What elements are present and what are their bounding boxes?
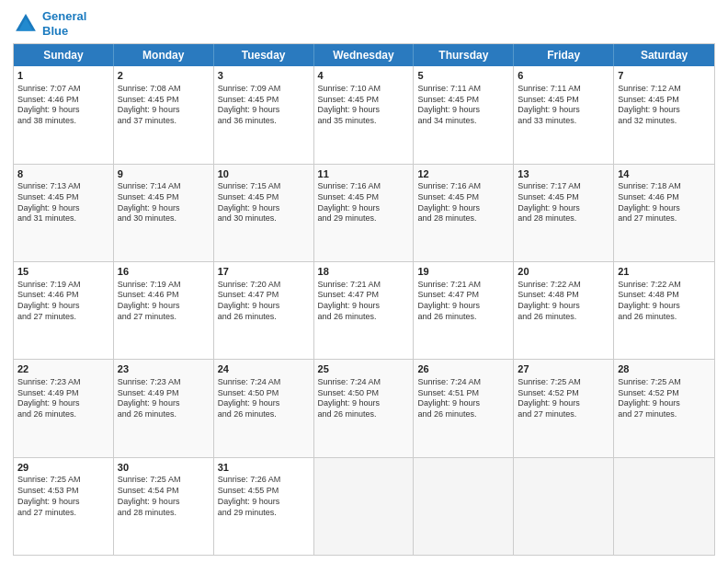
calendar-row-2: 8Sunrise: 7:13 AM Sunset: 4:45 PM Daylig…: [14, 164, 714, 261]
day-info: Sunrise: 7:23 AM Sunset: 4:49 PM Dayligh…: [118, 377, 210, 420]
day-info: Sunrise: 7:11 AM Sunset: 4:45 PM Dayligh…: [417, 84, 509, 127]
day-info: Sunrise: 7:19 AM Sunset: 4:46 PM Dayligh…: [17, 280, 109, 323]
day-cell-28: 28Sunrise: 7:25 AM Sunset: 4:52 PM Dayli…: [614, 360, 714, 456]
day-cell-13: 13Sunrise: 7:17 AM Sunset: 4:45 PM Dayli…: [514, 165, 614, 261]
day-cell-27: 27Sunrise: 7:25 AM Sunset: 4:52 PM Dayli…: [514, 360, 614, 456]
day-cell-22: 22Sunrise: 7:23 AM Sunset: 4:49 PM Dayli…: [14, 360, 114, 456]
day-cell-25: 25Sunrise: 7:24 AM Sunset: 4:50 PM Dayli…: [314, 360, 415, 456]
header: General Blue: [13, 9, 715, 38]
day-info: Sunrise: 7:22 AM Sunset: 4:48 PM Dayligh…: [518, 280, 609, 323]
day-number: 25: [318, 362, 410, 376]
day-info: Sunrise: 7:10 AM Sunset: 4:45 PM Dayligh…: [318, 84, 410, 127]
day-number: 14: [618, 167, 711, 181]
day-info: Sunrise: 7:14 AM Sunset: 4:45 PM Dayligh…: [118, 181, 210, 224]
day-number: 19: [417, 265, 509, 279]
day-info: Sunrise: 7:07 AM Sunset: 4:46 PM Dayligh…: [17, 84, 109, 127]
day-cell-30: 30Sunrise: 7:25 AM Sunset: 4:54 PM Dayli…: [114, 458, 214, 555]
day-number: 21: [618, 265, 711, 279]
day-info: Sunrise: 7:17 AM Sunset: 4:45 PM Dayligh…: [518, 181, 609, 224]
day-cell-16: 16Sunrise: 7:19 AM Sunset: 4:46 PM Dayli…: [114, 262, 214, 359]
day-number: 24: [218, 362, 310, 376]
day-cell-12: 12Sunrise: 7:16 AM Sunset: 4:45 PM Dayli…: [414, 165, 514, 261]
day-info: Sunrise: 7:18 AM Sunset: 4:46 PM Dayligh…: [618, 181, 711, 224]
day-cell-23: 23Sunrise: 7:23 AM Sunset: 4:49 PM Dayli…: [114, 360, 214, 456]
day-cell-20: 20Sunrise: 7:22 AM Sunset: 4:48 PM Dayli…: [514, 262, 614, 359]
weekday-header-tuesday: Tuesday: [214, 44, 314, 66]
day-cell-29: 29Sunrise: 7:25 AM Sunset: 4:53 PM Dayli…: [14, 458, 114, 555]
day-cell-31: 31Sunrise: 7:26 AM Sunset: 4:55 PM Dayli…: [214, 458, 314, 555]
day-number: 1: [17, 69, 109, 83]
day-info: Sunrise: 7:25 AM Sunset: 4:52 PM Dayligh…: [518, 377, 609, 420]
day-info: Sunrise: 7:24 AM Sunset: 4:50 PM Dayligh…: [218, 377, 310, 420]
logo-general: General: [42, 9, 86, 23]
day-info: Sunrise: 7:12 AM Sunset: 4:45 PM Dayligh…: [618, 84, 711, 127]
weekday-header-friday: Friday: [514, 44, 614, 66]
day-number: 3: [218, 69, 310, 83]
calendar-row-5: 29Sunrise: 7:25 AM Sunset: 4:53 PM Dayli…: [14, 457, 714, 555]
day-number: 20: [518, 265, 609, 279]
day-info: Sunrise: 7:24 AM Sunset: 4:51 PM Dayligh…: [417, 377, 509, 420]
day-cell-26: 26Sunrise: 7:24 AM Sunset: 4:51 PM Dayli…: [414, 360, 514, 456]
logo-blue: Blue: [42, 24, 68, 38]
day-number: 11: [318, 167, 410, 181]
day-cell-3: 3Sunrise: 7:09 AM Sunset: 4:45 PM Daylig…: [214, 66, 314, 163]
day-number: 8: [17, 167, 109, 181]
day-number: 23: [118, 362, 210, 376]
empty-cell: [514, 458, 614, 555]
weekday-header-monday: Monday: [114, 44, 214, 66]
logo-text: General Blue: [42, 9, 86, 38]
weekday-header-sunday: Sunday: [14, 44, 114, 66]
day-number: 17: [218, 265, 310, 279]
day-cell-18: 18Sunrise: 7:21 AM Sunset: 4:47 PM Dayli…: [314, 262, 415, 359]
day-info: Sunrise: 7:11 AM Sunset: 4:45 PM Dayligh…: [518, 84, 609, 127]
day-info: Sunrise: 7:13 AM Sunset: 4:45 PM Dayligh…: [17, 181, 109, 224]
day-number: 22: [17, 362, 109, 376]
day-info: Sunrise: 7:25 AM Sunset: 4:54 PM Dayligh…: [118, 475, 210, 518]
day-cell-10: 10Sunrise: 7:15 AM Sunset: 4:45 PM Dayli…: [214, 165, 314, 261]
weekday-header-saturday: Saturday: [614, 44, 714, 66]
day-cell-1: 1Sunrise: 7:07 AM Sunset: 4:46 PM Daylig…: [14, 66, 114, 163]
day-info: Sunrise: 7:24 AM Sunset: 4:50 PM Dayligh…: [318, 377, 410, 420]
empty-cell: [314, 458, 415, 555]
day-info: Sunrise: 7:20 AM Sunset: 4:47 PM Dayligh…: [218, 280, 310, 323]
day-cell-6: 6Sunrise: 7:11 AM Sunset: 4:45 PM Daylig…: [514, 66, 614, 163]
calendar-body: 1Sunrise: 7:07 AM Sunset: 4:46 PM Daylig…: [14, 66, 714, 555]
day-number: 9: [118, 167, 210, 181]
day-number: 18: [318, 265, 410, 279]
day-cell-7: 7Sunrise: 7:12 AM Sunset: 4:45 PM Daylig…: [614, 66, 714, 163]
day-cell-19: 19Sunrise: 7:21 AM Sunset: 4:47 PM Dayli…: [414, 262, 514, 359]
day-info: Sunrise: 7:16 AM Sunset: 4:45 PM Dayligh…: [417, 181, 509, 224]
logo-icon: [13, 11, 39, 37]
day-cell-2: 2Sunrise: 7:08 AM Sunset: 4:45 PM Daylig…: [114, 66, 214, 163]
day-number: 30: [118, 461, 210, 475]
day-number: 5: [417, 69, 509, 83]
day-number: 26: [417, 362, 509, 376]
day-number: 4: [318, 69, 410, 83]
day-number: 2: [118, 69, 210, 83]
page: General Blue SundayMondayTuesdayWednesda…: [0, 0, 728, 563]
day-number: 31: [218, 461, 310, 475]
day-number: 7: [618, 69, 711, 83]
day-info: Sunrise: 7:16 AM Sunset: 4:45 PM Dayligh…: [318, 181, 410, 224]
day-cell-14: 14Sunrise: 7:18 AM Sunset: 4:46 PM Dayli…: [614, 165, 714, 261]
day-number: 10: [218, 167, 310, 181]
empty-cell: [614, 458, 714, 555]
calendar-row-3: 15Sunrise: 7:19 AM Sunset: 4:46 PM Dayli…: [14, 261, 714, 359]
day-cell-15: 15Sunrise: 7:19 AM Sunset: 4:46 PM Dayli…: [14, 262, 114, 359]
day-number: 15: [17, 265, 109, 279]
day-cell-17: 17Sunrise: 7:20 AM Sunset: 4:47 PM Dayli…: [214, 262, 314, 359]
day-info: Sunrise: 7:21 AM Sunset: 4:47 PM Dayligh…: [417, 280, 509, 323]
day-cell-21: 21Sunrise: 7:22 AM Sunset: 4:48 PM Dayli…: [614, 262, 714, 359]
weekday-header-thursday: Thursday: [414, 44, 514, 66]
day-info: Sunrise: 7:21 AM Sunset: 4:47 PM Dayligh…: [318, 280, 410, 323]
day-info: Sunrise: 7:22 AM Sunset: 4:48 PM Dayligh…: [618, 280, 711, 323]
day-number: 28: [618, 362, 711, 376]
day-info: Sunrise: 7:25 AM Sunset: 4:52 PM Dayligh…: [618, 377, 711, 420]
day-info: Sunrise: 7:19 AM Sunset: 4:46 PM Dayligh…: [118, 280, 210, 323]
day-cell-4: 4Sunrise: 7:10 AM Sunset: 4:45 PM Daylig…: [314, 66, 415, 163]
day-cell-8: 8Sunrise: 7:13 AM Sunset: 4:45 PM Daylig…: [14, 165, 114, 261]
day-cell-24: 24Sunrise: 7:24 AM Sunset: 4:50 PM Dayli…: [214, 360, 314, 456]
day-info: Sunrise: 7:08 AM Sunset: 4:45 PM Dayligh…: [118, 84, 210, 127]
calendar-row-4: 22Sunrise: 7:23 AM Sunset: 4:49 PM Dayli…: [14, 359, 714, 456]
day-number: 27: [518, 362, 609, 376]
